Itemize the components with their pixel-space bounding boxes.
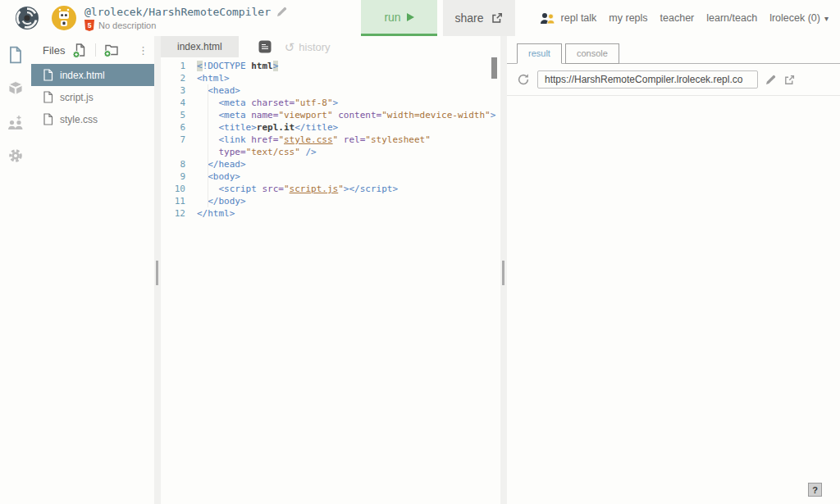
main-area: Files ⋮ index.html: [0, 36, 840, 504]
nav-item-learn-teach[interactable]: learn/teach: [706, 12, 757, 24]
line-number: 1: [161, 60, 197, 72]
refresh-icon[interactable]: [517, 73, 530, 86]
sidebar-files-icon[interactable]: [7, 46, 25, 64]
code-area[interactable]: 1<!DOCTYPE html>2<html>3 <head>4 <meta c…: [161, 57, 500, 504]
edit-url-pencil-icon[interactable]: [765, 75, 776, 85]
top-nav: repl talk my repls teacher learn/teach l…: [540, 0, 840, 36]
code-text: type="text/css" />: [197, 146, 317, 158]
editor-settings-icon[interactable]: [258, 40, 272, 53]
editor-tab-index-html[interactable]: index.html: [161, 36, 239, 57]
file-name: index.html: [60, 70, 105, 81]
svg-text:5: 5: [88, 21, 92, 30]
history-icon: ↺: [285, 41, 295, 53]
line-number: 5: [161, 109, 197, 121]
history-label: history: [299, 41, 330, 53]
replit-logo-icon[interactable]: [15, 6, 39, 30]
code-text: <link href="style.css" rel="stylesheet": [197, 134, 431, 146]
code-line[interactable]: 6 <title>repl.it</title>: [161, 121, 500, 134]
nav-item-teacher[interactable]: teacher: [660, 12, 695, 24]
line-number: 12: [161, 207, 197, 220]
file-icon: [43, 91, 53, 103]
line-number: 2: [161, 72, 197, 84]
sidebar-packages-icon[interactable]: [7, 79, 25, 98]
top-header: @lrolecek/HarshRemoteCompiler 5 No descr…: [0, 0, 840, 36]
run-button[interactable]: run: [361, 0, 437, 36]
editor-tab-bar: index.html ↺ history: [161, 36, 500, 57]
tab-result[interactable]: result: [517, 43, 562, 64]
resizer-handle[interactable]: [502, 261, 504, 285]
tab-console[interactable]: console: [565, 43, 619, 64]
code-line[interactable]: 4 <meta charset="utf-8">: [161, 97, 500, 109]
code-text: <script src="script.js"></script>: [197, 183, 398, 195]
add-folder-button[interactable]: [103, 43, 120, 57]
files-panel: Files ⋮ index.html: [31, 36, 154, 504]
code-text: </head>: [197, 158, 246, 170]
sidebar-settings-gear-icon[interactable]: [7, 147, 25, 165]
code-line[interactable]: 1<!DOCTYPE html>: [161, 60, 500, 72]
url-bar: [507, 64, 840, 95]
html5-badge-icon: 5: [84, 20, 94, 31]
code-line[interactable]: 5 <meta name="viewport" content="width=d…: [161, 109, 500, 121]
left-icon-sidebar: [0, 36, 31, 504]
edit-title-pencil-icon[interactable]: [276, 7, 287, 17]
history-tab[interactable]: ↺ history: [285, 41, 331, 53]
file-row-script-js[interactable]: script.js: [31, 86, 154, 108]
file-row-style-css[interactable]: style.css: [31, 108, 154, 130]
line-number: [161, 146, 197, 158]
line-number: 10: [161, 183, 197, 195]
line-number: 11: [161, 195, 197, 207]
result-viewport: [507, 96, 840, 504]
code-line[interactable]: 10 <script src="script.js"></script>: [161, 183, 500, 195]
file-name: style.css: [60, 114, 98, 125]
code-line[interactable]: 8 </head>: [161, 158, 500, 170]
user-avatar[interactable]: [52, 6, 76, 30]
repl-title: @lrolecek/HarshRemoteCompiler: [84, 6, 271, 18]
result-tab-bar: result console: [507, 36, 840, 64]
user-menu-label: lrolecek (0): [769, 12, 820, 24]
code-text: <html>: [197, 72, 230, 84]
code-editor-panel: index.html ↺ history 1<!DOCTYPE html>2<h…: [161, 36, 500, 504]
help-button[interactable]: ?: [808, 483, 822, 497]
open-in-new-tab-icon[interactable]: [783, 74, 796, 86]
code-line[interactable]: 3 <head>: [161, 84, 500, 97]
files-menu-kebab-icon[interactable]: ⋮: [138, 48, 148, 52]
files-header-divider: [95, 43, 96, 57]
code-text: </body>: [197, 195, 246, 207]
nav-item-my-repls[interactable]: my repls: [609, 12, 647, 24]
repl-description: No description: [98, 20, 156, 30]
editor-scrollbar-thumb[interactable]: [491, 57, 497, 79]
code-line[interactable]: 9 <body>: [161, 170, 500, 183]
file-row-index-html[interactable]: index.html: [31, 64, 154, 86]
files-panel-title: Files: [43, 44, 65, 57]
resizer-handle[interactable]: [156, 261, 158, 285]
code-text: </html>: [197, 207, 235, 220]
result-panel: result console: [507, 36, 840, 504]
nav-item-repl-talk[interactable]: repl talk: [540, 12, 597, 25]
code-text: <!DOCTYPE html>: [197, 60, 278, 72]
result-url-input[interactable]: [537, 70, 758, 89]
code-line[interactable]: 2<html>: [161, 72, 500, 84]
files-editor-resizer[interactable]: [154, 36, 161, 504]
code-text: <meta charset="utf-8">: [197, 97, 338, 109]
code-text: <body>: [197, 170, 240, 183]
code-lines: 1<!DOCTYPE html>2<html>3 <head>4 <meta c…: [161, 60, 500, 220]
file-icon: [43, 69, 53, 81]
code-line[interactable]: 11 </body>: [161, 195, 500, 207]
line-number: 3: [161, 84, 197, 97]
file-name: script.js: [60, 92, 94, 103]
code-text: <title>repl.it</title>: [197, 121, 338, 134]
share-button-label: share: [454, 11, 483, 25]
editor-result-resizer[interactable]: [500, 36, 507, 504]
user-menu[interactable]: lrolecek (0) ▾: [769, 12, 829, 24]
add-file-button[interactable]: [72, 43, 88, 58]
code-line[interactable]: type="text/css" />: [161, 146, 500, 158]
code-line[interactable]: 12</html>: [161, 207, 500, 220]
code-line[interactable]: 7 <link href="style.css" rel="stylesheet…: [161, 134, 500, 146]
share-button[interactable]: share: [443, 0, 515, 36]
line-number: 4: [161, 97, 197, 109]
line-number: 8: [161, 158, 197, 170]
run-button-label: run: [384, 11, 400, 24]
code-text: <meta name="viewport" content="width=dev…: [197, 109, 495, 121]
line-number: 7: [161, 134, 197, 146]
sidebar-multiplayer-icon[interactable]: [7, 113, 25, 131]
